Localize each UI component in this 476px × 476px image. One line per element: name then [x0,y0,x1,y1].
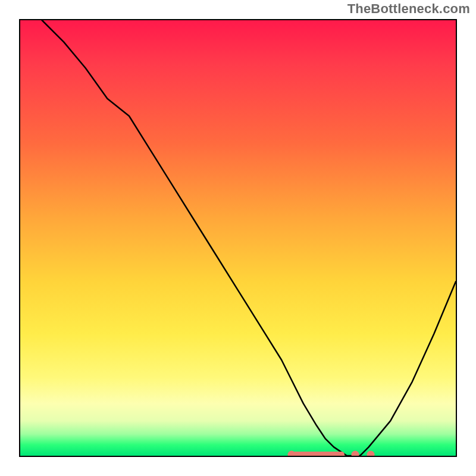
optimal-range-dot [367,451,374,458]
optimal-range-dot [288,451,296,458]
plot-area [19,19,457,457]
chart-frame: TheBottleneck.com [0,0,476,476]
bottleneck-curve [20,20,456,456]
optimal-range-bar [292,452,344,457]
optimal-range-dot [352,451,359,458]
watermark-text: TheBottleneck.com [347,1,470,17]
